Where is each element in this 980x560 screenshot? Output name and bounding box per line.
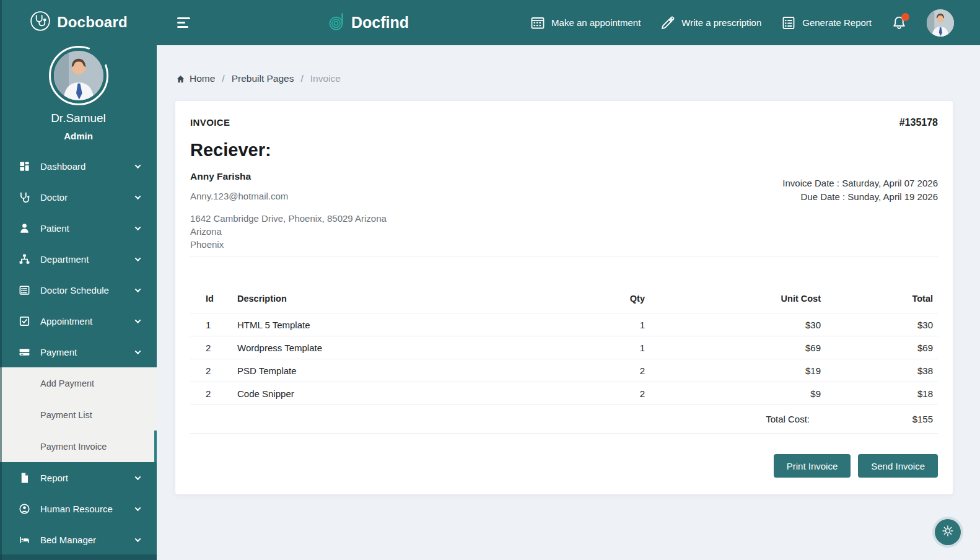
header-nav: Make an appointment Write a prescription… bbox=[530, 9, 954, 37]
user-name: Dr.Samuel bbox=[0, 112, 157, 125]
print-invoice-button[interactable]: Print Invoice bbox=[774, 454, 851, 478]
cell-description: HTML 5 Template bbox=[232, 313, 577, 336]
notification-dot bbox=[901, 13, 909, 21]
chevron-down-icon bbox=[135, 536, 141, 542]
cell-empty bbox=[190, 405, 232, 434]
column-header-total: Total bbox=[826, 284, 938, 313]
cell-description: Wordpress Template bbox=[232, 336, 577, 359]
file-icon bbox=[19, 472, 30, 484]
sidebar-item-human-resource[interactable]: Human Resource bbox=[0, 493, 157, 524]
cell-total: $38 bbox=[826, 359, 938, 382]
cell-unit-cost: $69 bbox=[650, 336, 826, 359]
table-row: 2 Wordpress Template 1 $69 $69 bbox=[190, 336, 938, 359]
column-header-qty: Qty bbox=[577, 284, 650, 313]
breadcrumb-home[interactable]: Home bbox=[176, 73, 215, 84]
sidebar-item-report[interactable]: Report bbox=[0, 462, 157, 493]
payment-submenu: Add Payment Payment List Payment Invoice bbox=[0, 367, 157, 462]
calendar-icon bbox=[530, 15, 545, 30]
sidebar-avatar[interactable] bbox=[49, 46, 108, 105]
sidebar-bottom-strip bbox=[0, 554, 157, 560]
generate-report-button[interactable]: Generate Report bbox=[781, 15, 872, 30]
breadcrumb-prebuilt-pages[interactable]: Prebuilt Pages bbox=[232, 73, 294, 84]
doctor-avatar-image bbox=[54, 51, 103, 100]
sidebar-item-label: Payment bbox=[40, 347, 77, 357]
submenu-item-label: Payment Invoice bbox=[40, 442, 107, 452]
total-cost-value: $155 bbox=[826, 405, 938, 434]
stethoscope-logo-icon bbox=[29, 10, 51, 35]
invoice-date: Invoice Date : Saturday, April 07 2026 bbox=[782, 177, 938, 190]
receiver-heading: Reciever: bbox=[190, 140, 938, 160]
breadcrumb-label: Home bbox=[190, 73, 215, 84]
nav-item-label: Write a prescription bbox=[681, 17, 761, 28]
invoice-number: #135178 bbox=[899, 117, 938, 128]
address-line: Phoenix bbox=[190, 238, 387, 251]
cell-description: Code Snipper bbox=[232, 382, 577, 405]
cell-empty bbox=[232, 405, 577, 434]
sidebar-item-label: Patient bbox=[40, 223, 69, 234]
sidebar-item-patient[interactable]: Patient bbox=[0, 212, 157, 243]
send-invoice-button[interactable]: Send Invoice bbox=[858, 454, 938, 478]
column-header-id: Id bbox=[190, 284, 232, 313]
table-row: 2 PSD Template 2 $19 $38 bbox=[190, 359, 938, 382]
sidebar-item-dashboard[interactable]: Dashboard bbox=[0, 151, 157, 182]
sidebar-item-label: Doctor bbox=[40, 192, 68, 203]
address-line: Arizona bbox=[190, 225, 387, 238]
sidebar-item-label: Appointment bbox=[40, 316, 92, 326]
chevron-down-icon bbox=[135, 474, 141, 480]
cell-qty: 2 bbox=[577, 359, 650, 382]
cell-qty: 1 bbox=[577, 336, 650, 359]
breadcrumb: Home / Prebuilt Pages / Invoice bbox=[176, 73, 980, 84]
user-role: Admin bbox=[0, 131, 157, 141]
bed-icon bbox=[19, 534, 30, 546]
chevron-down-icon bbox=[135, 193, 141, 199]
invoice-dates: Invoice Date : Saturday, April 07 2026 D… bbox=[782, 177, 938, 203]
total-cost-label: Total Cost: bbox=[650, 405, 826, 434]
credit-card-icon bbox=[19, 346, 30, 358]
docfind-spiral-icon bbox=[328, 12, 347, 33]
dashboard-icon bbox=[19, 160, 30, 172]
cell-unit-cost: $19 bbox=[650, 359, 826, 382]
nav-item-label: Make an appointment bbox=[551, 17, 641, 28]
logo-text: Docfind bbox=[351, 14, 409, 32]
sidebar-item-payment[interactable]: Payment bbox=[0, 336, 157, 367]
sidebar-item-department[interactable]: Department bbox=[0, 243, 157, 274]
hamburger-menu-icon[interactable] bbox=[177, 17, 191, 28]
breadcrumb-separator: / bbox=[222, 73, 224, 84]
table-header-row: Id Description Qty Unit Cost Total bbox=[190, 284, 938, 313]
sidebar-item-bed-manager[interactable]: Bed Manager bbox=[0, 524, 157, 555]
header-user-avatar[interactable] bbox=[927, 9, 954, 37]
receiver-block: Anny Farisha Anny.123@hotmail.com 1642 C… bbox=[190, 160, 387, 251]
divider bbox=[190, 256, 938, 256]
receiver-address: 1642 Cambridge Drive, Phoenix, 85029 Ari… bbox=[190, 212, 387, 251]
sidebar-item-doctor[interactable]: Doctor bbox=[0, 182, 157, 212]
column-header-description: Description bbox=[232, 284, 577, 313]
invoice-title: INVOICE bbox=[190, 117, 230, 128]
cell-total: $18 bbox=[826, 382, 938, 405]
sidebar-item-appointment[interactable]: Appointment bbox=[0, 305, 157, 336]
sidebar-item-label: Human Resource bbox=[40, 504, 113, 514]
submenu-item-add-payment[interactable]: Add Payment bbox=[0, 367, 157, 399]
sidebar-item-doctor-schedule[interactable]: Doctor Schedule bbox=[0, 274, 157, 305]
chevron-down-icon bbox=[135, 224, 141, 230]
breadcrumb-separator: / bbox=[300, 73, 303, 84]
receiver-email: Anny.123@hotmail.com bbox=[190, 191, 387, 201]
chevron-down-icon bbox=[135, 505, 141, 511]
table-row: 2 Code Snipper 2 $9 $18 bbox=[190, 382, 938, 405]
chevron-down-icon bbox=[135, 286, 141, 292]
submenu-item-payment-list[interactable]: Payment List bbox=[0, 399, 157, 431]
sitemap-icon bbox=[19, 253, 30, 265]
submenu-item-payment-invoice[interactable]: Payment Invoice bbox=[0, 431, 157, 462]
cell-id: 2 bbox=[190, 359, 232, 382]
write-prescription-button[interactable]: Write a prescription bbox=[660, 15, 761, 30]
make-appointment-button[interactable]: Make an appointment bbox=[530, 15, 641, 30]
app-logo: Docfind bbox=[328, 0, 409, 45]
sidebar-menu: Dashboard Doctor Patient Department bbox=[0, 151, 157, 555]
cell-qty: 1 bbox=[577, 313, 650, 336]
home-icon bbox=[176, 74, 185, 84]
chevron-down-icon bbox=[135, 255, 141, 261]
sidebar-item-label: Report bbox=[40, 473, 68, 483]
cell-id: 2 bbox=[190, 382, 232, 405]
notifications-button[interactable] bbox=[891, 15, 907, 30]
settings-fab-button[interactable] bbox=[935, 519, 961, 545]
sidebar-brand: Docboard bbox=[0, 0, 157, 35]
